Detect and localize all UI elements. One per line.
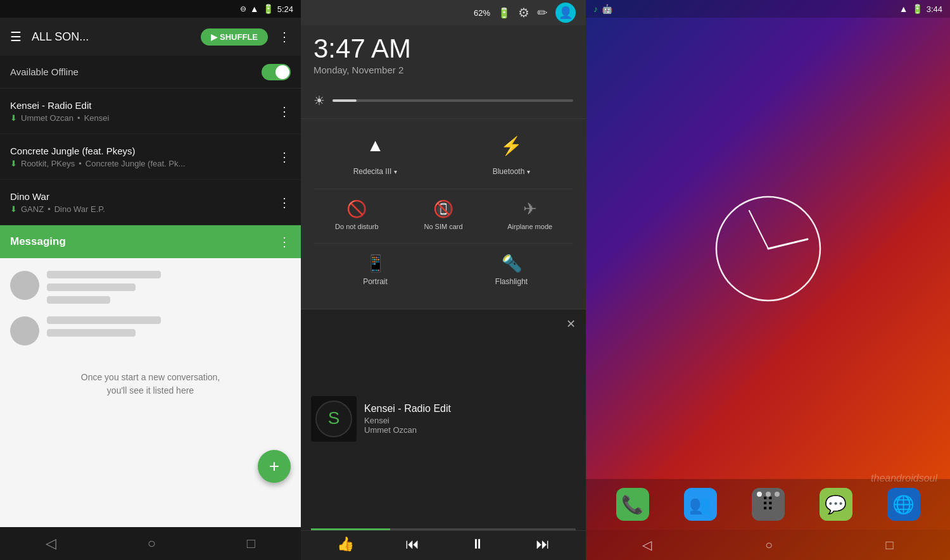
do-not-disturb-icon: 🚫 [346, 199, 367, 219]
notification-date: Monday, November 2 [314, 65, 573, 75]
divider-2 [314, 243, 573, 244]
music-toolbar: ☰ ALL SON... ▶ SHUFFLE ⋮ [0, 18, 301, 56]
profile-icon[interactable]: 👤 [555, 3, 576, 23]
home-button[interactable]: ○ [148, 535, 156, 552]
next-track-icon[interactable]: ⏭ [536, 536, 550, 552]
toggle-row-2: 🚫 Do not disturb 📵 No SIM card ✈ Airplan… [314, 199, 573, 230]
home-back-button[interactable]: ◁ [642, 537, 652, 552]
thumbs-up-icon[interactable]: 👍 [337, 536, 354, 552]
status-bar-music: ⊖ ▲ 🔋 5:24 [0, 0, 301, 18]
svg-line-4 [749, 211, 768, 249]
brightness-fill [332, 99, 357, 102]
song-artist-3: GANZ [21, 204, 44, 214]
portrait-icon: 📱 [365, 254, 386, 273]
time-block: 3:47 AM Monday, November 2 [301, 25, 586, 83]
page-dot-3[interactable] [775, 492, 780, 497]
toggle-row-1: ▲ Redecita III ▾ ⚡ Bluetooth ▾ [314, 129, 573, 176]
pause-icon[interactable]: ⏸ [471, 536, 484, 552]
song-item-2[interactable]: Concrete Jungle (feat. Pkeys) ⬇ Rootkit,… [0, 134, 301, 180]
quick-toggles: ▲ Redecita III ▾ ⚡ Bluetooth ▾ 🚫 Do [301, 119, 586, 309]
recents-button[interactable]: □ [247, 535, 255, 552]
bluetooth-chevron-icon: ▾ [527, 168, 530, 175]
notif-song-title: Kensei - Radio Edit [364, 403, 559, 414]
airplane-label: Airplane mode [507, 223, 552, 230]
new-conversation-fab[interactable]: + [258, 450, 291, 483]
battery-percent: 62% [474, 8, 490, 18]
messaging-more-icon[interactable]: ⋮ [278, 234, 291, 249]
home-panel: ♪ 🤖 ▲ 🔋 3:44 theandroidsoul [586, 0, 950, 560]
portrait-label: Portrait [363, 277, 388, 286]
watermark: theandroidsoul [871, 473, 937, 484]
placeholder-line [47, 283, 136, 291]
bluetooth-toggle-tile[interactable]: ⚡ Bluetooth ▾ [450, 129, 573, 176]
dock-contacts-icon[interactable]: 👥 [684, 488, 717, 521]
song-sub-2: ⬇ Rootkit, PKeys • Concrete Jungle (feat… [10, 159, 278, 168]
home-recents-button[interactable]: □ [886, 538, 894, 552]
edit-icon[interactable]: ✏ [537, 5, 548, 20]
page-dots [757, 492, 780, 497]
no-sim-tile[interactable]: 📵 No SIM card [400, 199, 487, 230]
notif-artist: Ummet Ozcan [364, 425, 559, 435]
page-dot-2[interactable] [766, 492, 771, 497]
home-battery-icon: 🔋 [912, 4, 923, 14]
menu-icon[interactable]: ☰ [10, 29, 22, 44]
previous-track-icon[interactable]: ⏮ [405, 536, 419, 552]
notif-album: Kensei [364, 416, 559, 425]
shuffle-button[interactable]: ▶ SHUFFLE [201, 28, 268, 46]
messaging-notification-bar[interactable]: Messaging ⋮ [0, 225, 301, 258]
brightness-slider[interactable] [332, 99, 573, 102]
settings-icon[interactable]: ⚙ [518, 5, 529, 20]
no-sim-label: No SIM card [424, 223, 462, 230]
no-sim-icon: 📵 [433, 199, 453, 219]
android-icon: 🤖 [602, 4, 612, 14]
nav-bar-music: ◁ ○ □ [0, 527, 301, 560]
home-nav-bar: ◁ ○ □ [586, 530, 950, 560]
divider [314, 189, 573, 189]
dock-phone-icon[interactable]: 📞 [616, 488, 649, 521]
music-panel: ⊖ ▲ 🔋 5:24 ☰ ALL SON... ▶ SHUFFLE ⋮ Avai… [0, 0, 301, 560]
airplane-tile[interactable]: ✈ Airplane mode [486, 199, 573, 230]
brightness-icon: ☀ [314, 93, 325, 108]
download-icon-1: ⬇ [10, 113, 17, 123]
song-item-3[interactable]: Dino War ⬇ GANZ • Dino War E.P. ⋮ [0, 180, 301, 225]
wifi-icon: ▲ [250, 4, 259, 14]
music-notif-top: S Kensei - Radio Edit Kensei Ummet Ozcan… [301, 309, 586, 528]
song-album-3: Dino War E.P. [54, 204, 105, 214]
close-notification-icon[interactable]: ✕ [566, 317, 576, 331]
song-title-2: Concrete Jungle (feat. Pkeys) [10, 146, 278, 156]
flashlight-tile[interactable]: 🔦 Flashlight [450, 254, 573, 286]
back-button[interactable]: ◁ [46, 535, 56, 552]
song-info-2: Concrete Jungle (feat. Pkeys) ⬇ Rootkit,… [10, 146, 278, 168]
do-not-disturb-tile[interactable]: 🚫 Do not disturb [314, 199, 400, 230]
dock-browser-icon[interactable]: 🌐 [887, 488, 920, 521]
messaging-content: Once you start a new conversation,you'll… [0, 258, 301, 527]
wifi-chevron-icon: ▾ [394, 168, 397, 175]
song-more-3[interactable]: ⋮ [278, 195, 291, 210]
bluetooth-label: Bluetooth [493, 167, 525, 176]
song-item-1[interactable]: Kensei - Radio Edit ⬇ Ummet Ozcan • Kens… [0, 89, 301, 134]
airplane-icon: ✈ [523, 199, 537, 219]
more-options-icon[interactable]: ⋮ [278, 29, 291, 44]
offline-label: Available Offline [10, 66, 262, 77]
song-more-1[interactable]: ⋮ [278, 104, 291, 119]
wifi-toggle-icon: ▲ [359, 129, 392, 162]
page-dot-1[interactable] [757, 492, 762, 497]
song-more-2[interactable]: ⋮ [278, 149, 291, 165]
placeholder-line [47, 271, 161, 278]
song-sub-1: ⬇ Ummet Ozcan • Kensei [10, 113, 278, 123]
home-home-button[interactable]: ○ [765, 538, 773, 552]
dock-chat-icon[interactable]: 💬 [820, 488, 852, 521]
portrait-tile[interactable]: 📱 Portrait [314, 254, 437, 286]
home-status-bar: ♪ 🤖 ▲ 🔋 3:44 [586, 0, 950, 18]
home-status-right: ▲ 🔋 3:44 [899, 4, 942, 14]
song-title-1: Kensei - Radio Edit [10, 100, 278, 111]
wifi-toggle-tile[interactable]: ▲ Redecita III ▾ [314, 129, 437, 176]
offline-toggle[interactable] [262, 64, 291, 80]
song-info-1: Kensei - Radio Edit ⬇ Ummet Ozcan • Kens… [10, 100, 278, 123]
song-album-2: Concrete Jungle (feat. Pk... [86, 159, 186, 168]
wifi-label: Redecita III [353, 167, 392, 176]
download-icon-2: ⬇ [10, 159, 17, 168]
spotify-icon: ♪ [593, 4, 598, 14]
song-title-3: Dino War [10, 191, 278, 202]
toggle-row-3: 📱 Portrait 🔦 Flashlight [314, 254, 573, 286]
